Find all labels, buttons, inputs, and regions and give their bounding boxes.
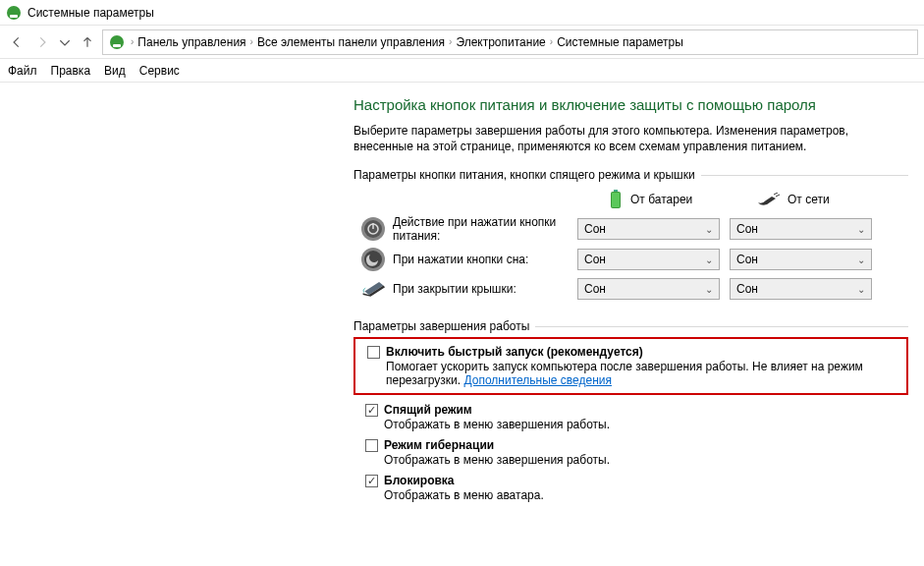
setting-row-power-button: Действие при нажатии кнопки питания: Сон… [353, 215, 908, 243]
content-area: Настройка кнопок питания и включение защ… [0, 83, 924, 505]
battery-icon [609, 190, 623, 209]
hibernate-checkbox[interactable] [365, 439, 378, 452]
menu-file[interactable]: Файл [8, 64, 37, 78]
svg-rect-3 [113, 44, 121, 47]
sleep-button-ac-dropdown[interactable]: Сон⌄ [730, 249, 872, 270]
option-fast-startup: Включить быстрый запуск (рекомендуется) … [353, 337, 908, 395]
power-button-ac-dropdown[interactable]: Сон⌄ [730, 218, 872, 240]
nav-bar: › Панель управления › Все элементы панел… [0, 26, 924, 59]
page-heading: Настройка кнопок питания и включение защ… [353, 96, 908, 113]
option-description: Помогает ускорить запуск компьютера посл… [386, 360, 895, 387]
menu-service[interactable]: Сервис [139, 64, 180, 78]
history-dropdown[interactable] [57, 31, 73, 53]
section-title: Параметры завершения работы [353, 319, 529, 333]
laptop-lid-icon [360, 276, 386, 302]
svg-line-7 [774, 193, 778, 195]
chevron-down-icon: ⌄ [857, 284, 865, 295]
power-button-battery-dropdown[interactable]: Сон⌄ [577, 218, 720, 240]
section-shutdown: Параметры завершения работы [353, 319, 908, 333]
setting-label: Действие при нажатии кнопки питания: [393, 215, 577, 243]
chevron-right-icon: › [250, 36, 253, 47]
address-bar[interactable]: › Панель управления › Все элементы панел… [102, 29, 918, 55]
power-button-icon [360, 216, 386, 242]
column-ac: От сети [756, 190, 903, 209]
sleep-button-icon [360, 247, 386, 272]
power-options-icon [6, 5, 22, 21]
chevron-right-icon: › [131, 36, 134, 47]
divider [701, 175, 908, 176]
menu-bar: Файл Правка Вид Сервис [0, 59, 924, 83]
lid-battery-dropdown[interactable]: Сон⌄ [577, 278, 720, 300]
breadcrumb-item[interactable]: Системные параметры [557, 35, 683, 49]
section-title: Параметры кнопки питания, кнопки спящего… [353, 168, 695, 182]
chevron-down-icon: ⌄ [857, 255, 865, 265]
title-bar: Системные параметры [0, 0, 924, 26]
menu-edit[interactable]: Правка [51, 64, 91, 78]
chevron-down-icon: ⌄ [857, 224, 865, 235]
learn-more-link[interactable]: Дополнительные сведения [463, 373, 611, 387]
divider [535, 326, 908, 327]
menu-view[interactable]: Вид [104, 64, 126, 78]
setting-row-sleep-button: При нажатии кнопки сна: Сон⌄ Сон⌄ [353, 247, 908, 272]
page-description: Выберите параметры завершения работы для… [353, 123, 903, 154]
chevron-down-icon: ⌄ [705, 255, 713, 265]
breadcrumb-item[interactable]: Все элементы панели управления [257, 35, 445, 49]
sleep-button-battery-dropdown[interactable]: Сон⌄ [577, 249, 720, 270]
svg-rect-1 [10, 15, 18, 18]
lock-checkbox[interactable] [365, 475, 378, 487]
option-description: Отображать в меню завершения работы. [384, 453, 897, 467]
up-button[interactable] [77, 31, 98, 53]
chevron-down-icon: ⌄ [705, 284, 713, 295]
breadcrumb-item[interactable]: Электропитание [456, 35, 545, 49]
forward-button[interactable] [31, 31, 53, 53]
svg-line-8 [776, 195, 780, 197]
column-battery: От батареи [609, 190, 756, 209]
section-button-lid: Параметры кнопки питания, кнопки спящего… [353, 168, 908, 182]
breadcrumb-item[interactable]: Панель управления [137, 35, 245, 49]
svg-rect-6 [612, 193, 620, 207]
window-title: Системные параметры [27, 6, 154, 20]
option-hibernate: Режим гибернации Отображать в меню завер… [353, 434, 908, 470]
column-headers: От батареи От сети [353, 190, 908, 209]
fast-startup-checkbox[interactable] [367, 346, 380, 359]
plug-icon [756, 193, 780, 206]
setting-label: При нажатии кнопки сна: [393, 253, 577, 266]
shutdown-options: Включить быстрый запуск (рекомендуется) … [353, 337, 908, 505]
option-description: Отображать в меню аватара. [384, 488, 897, 502]
chevron-right-icon: › [449, 36, 452, 47]
sleep-checkbox[interactable] [365, 404, 378, 417]
chevron-right-icon: › [550, 36, 553, 47]
setting-label: При закрытии крышки: [393, 282, 577, 296]
setting-row-lid-close: При закрытии крышки: Сон⌄ Сон⌄ [353, 276, 908, 302]
option-sleep: Спящий режим Отображать в меню завершени… [353, 399, 908, 434]
lid-ac-dropdown[interactable]: Сон⌄ [730, 278, 872, 300]
breadcrumb: › Панель управления › Все элементы панел… [131, 35, 683, 49]
chevron-down-icon: ⌄ [705, 224, 713, 235]
power-options-icon [109, 34, 125, 50]
svg-rect-4 [614, 190, 618, 192]
option-description: Отображать в меню завершения работы. [384, 418, 897, 431]
option-lock: Блокировка Отображать в меню аватара. [353, 470, 908, 505]
back-button[interactable] [6, 31, 27, 53]
